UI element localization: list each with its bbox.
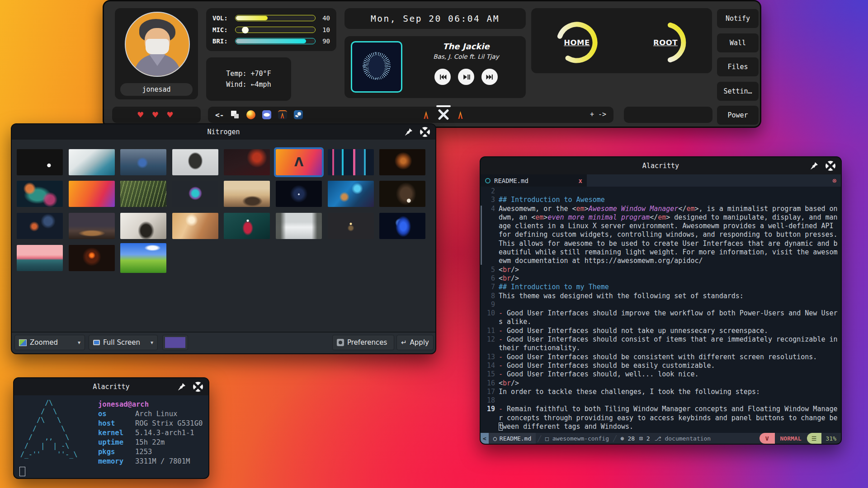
- tab-readme[interactable]: README.md x: [481, 174, 587, 187]
- pin-icon[interactable]: [178, 383, 186, 391]
- powerline-separator: ╱: [611, 435, 618, 442]
- line-text: ## Introduction to Awesome: [499, 196, 840, 204]
- wallpaper-thumb-iso-cube[interactable]: [172, 181, 218, 207]
- apply-button[interactable]: ↵ Apply: [396, 335, 434, 350]
- disk-gauges-card: HOME ROOT: [531, 8, 712, 73]
- steam-icon[interactable]: [294, 110, 303, 119]
- back-arrow-label[interactable]: <-: [215, 111, 224, 119]
- wallpaper-thumb-octopus-art[interactable]: [17, 181, 63, 207]
- editor-line-15: 15- Good User Interfaces should, well...…: [483, 370, 840, 379]
- line-text: <br/>: [499, 379, 840, 388]
- wallpaper-thumb-tophat-coffee[interactable]: [379, 181, 425, 207]
- editor-titlebar[interactable]: Alacritty: [481, 157, 841, 174]
- wallpaper-thumb-ember-figure[interactable]: [379, 149, 425, 175]
- wallpaper-thumb-lantern-dark[interactable]: [328, 213, 374, 239]
- wallpaper-thumb-neon-signs[interactable]: [328, 149, 374, 175]
- wallpaper-thumb-arch-gradient[interactable]: Λ: [276, 149, 322, 175]
- pin-icon[interactable]: [810, 162, 818, 170]
- notify-button[interactable]: Notify: [717, 9, 759, 28]
- pin-icon[interactable]: [405, 128, 413, 136]
- home-gauge[interactable]: HOME: [553, 19, 600, 66]
- terminal-cursor: [19, 467, 25, 476]
- editor-buffer[interactable]: 23## Introduction to Awesome4Awesomewm, …: [481, 187, 841, 433]
- power-button[interactable]: Power: [717, 106, 759, 125]
- wallpaper-thumb-dark-knight[interactable]: [276, 181, 322, 207]
- wallpaper-thumb-hornet[interactable]: [224, 213, 270, 239]
- chevron-down-icon: ▾: [78, 339, 80, 346]
- wall-button[interactable]: Wall: [717, 33, 759, 52]
- wallpaper-grid: Λ: [12, 140, 435, 333]
- editor-line-5: 5<br/>: [483, 266, 840, 274]
- vim-mode-label: NORMAL: [775, 435, 807, 442]
- line-number: 2: [483, 187, 499, 196]
- files-button[interactable]: Files: [717, 57, 759, 76]
- slider-track[interactable]: [235, 27, 316, 33]
- line-text: <br/>: [499, 274, 840, 283]
- zoom-mode-dropdown[interactable]: Zoomed ▾: [14, 335, 85, 350]
- close-icon[interactable]: [193, 382, 203, 392]
- thumb-glyph: Λ: [294, 156, 303, 168]
- launcher-bar: <- + ->: [208, 107, 613, 123]
- preferences-button[interactable]: Preferences: [332, 335, 394, 350]
- tag-nitrogen-active[interactable]: [438, 108, 449, 120]
- wallpaper-thumb-anime-street[interactable]: [172, 213, 218, 239]
- close-icon[interactable]: [420, 127, 430, 137]
- nitrogen-titlebar[interactable]: Nitrogen: [12, 124, 435, 140]
- root-gauge[interactable]: ROOT: [642, 19, 689, 66]
- terminal-title: Alacritty: [93, 383, 129, 391]
- wallpaper-thumb-snow-road[interactable]: [276, 213, 322, 239]
- slider-track[interactable]: [235, 38, 316, 44]
- close-all-tabs-icon[interactable]: ⊗: [832, 177, 836, 185]
- wallpaper-thumb-debian-gradient[interactable]: [69, 181, 115, 207]
- alacritty-icon[interactable]: [278, 110, 287, 119]
- play-pause-button[interactable]: [458, 69, 474, 85]
- fetch-row-host: hostROG Strix G531G0: [98, 419, 203, 428]
- wallpaper-thumb-xp-bliss[interactable]: [120, 243, 166, 273]
- slider-track[interactable]: [235, 15, 316, 21]
- temp-label: Temp: +70°F: [226, 70, 271, 78]
- album-art-face: [368, 55, 385, 78]
- wallpaper-thumb-cave-core[interactable]: [69, 245, 115, 271]
- next-button[interactable]: [481, 69, 498, 85]
- wallpaper-thumb-blue-bloom[interactable]: [379, 213, 425, 239]
- editor-line-9: 9: [483, 300, 840, 309]
- wallpaper-thumb-glacier-canyon[interactable]: [69, 149, 115, 175]
- tag-alacritty-1[interactable]: [420, 108, 432, 120]
- wallpaper-thumb-underwater-swirl[interactable]: [328, 181, 374, 207]
- markdown-icon: [485, 178, 491, 183]
- hearts-widget: ♥ ♥ ♥: [112, 107, 201, 123]
- line-text: - Good User Interfaces should improve th…: [499, 309, 840, 327]
- wallpaper-thumb-keyboard-red[interactable]: [224, 149, 270, 175]
- wallpaper-thumb-turtle-rain[interactable]: [120, 149, 166, 175]
- line-text: - Remain faithful to both Tiling Window …: [499, 405, 840, 431]
- wallpaper-thumb-desert-scene[interactable]: [224, 181, 270, 207]
- window-squares-icon[interactable]: [231, 110, 240, 119]
- slider-knob[interactable]: [242, 27, 249, 33]
- wallpaper-thumb-grass-macro[interactable]: [120, 181, 166, 207]
- background-color-picker[interactable]: [162, 335, 188, 350]
- terminal-titlebar[interactable]: Alacritty: [14, 378, 208, 395]
- add-tag-label[interactable]: + ->: [590, 110, 606, 118]
- discord-icon[interactable]: [262, 110, 271, 119]
- wallpaper-thumb-poly-dog[interactable]: [172, 149, 218, 175]
- line-number: 4: [483, 205, 499, 266]
- line-text: In order to tackle these challenges, I t…: [499, 388, 840, 396]
- line-number: 6: [483, 274, 499, 283]
- wallpaper-thumb-fantasy-ember[interactable]: [17, 213, 63, 239]
- statusbar-modified: ⊡ 2: [637, 435, 652, 442]
- line-number: 11: [483, 327, 499, 335]
- settings-button[interactable]: Settin…: [717, 82, 759, 101]
- previous-icon: [439, 73, 447, 81]
- enter-icon: ↵: [401, 338, 407, 347]
- wallpaper-thumb-wolf-girl[interactable]: [120, 213, 166, 239]
- wallpaper-thumb-hollow-knight-dark[interactable]: [17, 149, 63, 175]
- screen-mode-dropdown[interactable]: Full Screen ▾: [89, 335, 158, 350]
- editor-line-6: 6<br/>: [483, 274, 840, 283]
- tag-alacritty-2[interactable]: [455, 108, 467, 120]
- close-icon[interactable]: [826, 161, 835, 171]
- firefox-icon[interactable]: [246, 110, 255, 119]
- wallpaper-thumb-airplane-dusk[interactable]: [69, 213, 115, 239]
- previous-button[interactable]: [434, 69, 451, 85]
- tab-close-icon[interactable]: x: [579, 177, 582, 184]
- wallpaper-thumb-pixel-car[interactable]: [17, 245, 63, 271]
